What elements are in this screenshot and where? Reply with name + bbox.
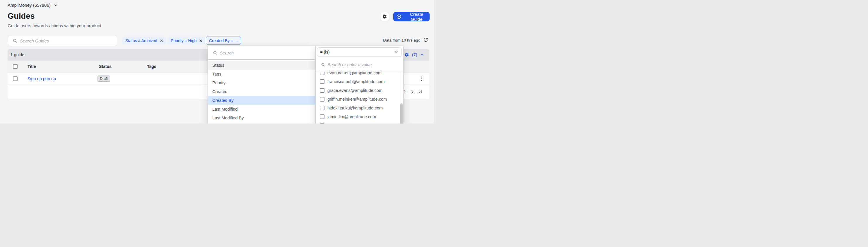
filter-field-list: Status Tags Priority Created Created By (208, 60, 315, 122)
remove-filter-icon[interactable] (160, 39, 163, 42)
value-option-checkbox[interactable] (320, 123, 324, 124)
filter-field-option-label: Status (212, 63, 224, 68)
value-option-checkbox[interactable] (320, 106, 324, 110)
filter-field-option[interactable]: Last Modified (208, 105, 315, 113)
search-icon (12, 38, 17, 43)
filter-chip-label: Created By = ... (209, 38, 238, 43)
filter-field-menu: Status Tags Priority Created Created By (208, 46, 315, 123)
last-page-icon[interactable] (418, 90, 422, 94)
gear-icon (382, 14, 387, 19)
filter-field-search[interactable] (208, 46, 315, 60)
refresh-icon[interactable] (423, 37, 429, 43)
status-badge: Draft (97, 75, 110, 82)
filter-field-option-label: Created (212, 89, 227, 94)
guides-search[interactable] (8, 35, 117, 46)
filter-field-option[interactable]: Status (208, 61, 315, 70)
value-option-checkbox[interactable] (320, 72, 324, 75)
project-selector[interactable]: AmpliMoney (657986) (8, 3, 57, 8)
filter-field-option-label: Last Modified (212, 107, 238, 111)
column-settings-button[interactable]: (7) (404, 49, 424, 61)
value-option[interactable]: hideki.tsukui@amplitude.com (316, 104, 403, 112)
filter-field-option[interactable]: Created By (208, 96, 315, 105)
filter-field-search-input[interactable] (220, 50, 315, 55)
value-option-label: jamie.lim@amplitude.com (328, 114, 376, 119)
row-checkbox[interactable] (13, 76, 18, 81)
value-option[interactable]: evan.batten@amplitude.com (316, 72, 403, 77)
visible-columns-count: (7) (412, 52, 417, 57)
value-option-checkbox[interactable] (320, 79, 324, 84)
scrollbar-track (399, 72, 399, 124)
guides-search-input[interactable] (20, 38, 117, 43)
value-option-checkbox[interactable] (320, 114, 324, 119)
search-icon (213, 50, 217, 55)
value-option[interactable]: jamie.lim@amplitude.com (316, 112, 403, 121)
column-header-tags: Tags (147, 64, 156, 69)
guides-page: AmpliMoney (657986) Guides Guide users t… (0, 0, 434, 123)
create-guide-label: Create Guide (404, 12, 430, 22)
filter-field-option-label: Tags (212, 72, 221, 76)
operator-select[interactable]: = (is) (317, 47, 402, 57)
filter-chip[interactable]: Created By = ... (206, 37, 241, 44)
page-number[interactable]: 1 (404, 90, 406, 94)
chevron-down-icon (420, 53, 424, 57)
filter-field-option[interactable]: Tags (208, 70, 315, 78)
search-icon (321, 63, 325, 67)
chevron-down-icon (54, 3, 57, 7)
value-option[interactable]: grace.evans@amplitude.com (316, 86, 403, 95)
create-guide-button[interactable]: Create Guide (393, 12, 430, 21)
guides-settings-button[interactable] (380, 12, 389, 21)
filter-field-option[interactable]: Created (208, 87, 315, 96)
filter-field-option[interactable]: Last Modified By (208, 113, 315, 122)
value-option-list: evan.batten@amplitude.com francisca.poh@… (316, 72, 403, 124)
gear-icon (404, 52, 409, 57)
next-page-icon[interactable] (410, 90, 415, 94)
select-all-checkbox[interactable] (13, 64, 18, 69)
data-freshness-label: Data from 10 hrs ago (383, 38, 420, 42)
row-actions-kebab-icon[interactable] (420, 75, 424, 82)
value-search[interactable] (316, 58, 403, 71)
plus-circle-icon (396, 14, 402, 19)
guide-title-link[interactable]: Sign up pop up (28, 76, 56, 81)
filter-field-option-label: Created By (212, 98, 234, 103)
value-search-input[interactable] (328, 62, 403, 67)
operator-value: = (is) (320, 50, 330, 55)
column-header-title: Title (28, 64, 36, 69)
column-header-status: Status (99, 64, 112, 69)
page-title: Guides (8, 12, 35, 21)
filter-field-option[interactable]: Priority (208, 78, 315, 87)
remove-filter-icon[interactable] (199, 39, 203, 42)
filter-field-option-label: Last Modified By (212, 116, 244, 120)
value-option[interactable] (316, 121, 403, 124)
filter-chip[interactable]: Status ≠ Archived (122, 37, 166, 44)
value-option-checkbox[interactable] (320, 97, 324, 102)
filter-chip[interactable]: Priority = High (168, 37, 205, 44)
project-label: AmpliMoney (657986) (8, 3, 51, 8)
value-option-label: hideki.tsukui@amplitude.com (328, 106, 383, 110)
value-option[interactable]: francisca.poh@amplitude.com (316, 77, 403, 86)
chevron-down-icon (394, 50, 398, 54)
page-subtitle: Guide users towards actions within your … (8, 23, 102, 28)
value-option-label: francisca.poh@amplitude.com (328, 79, 384, 84)
value-option-label: evan.batten@amplitude.com (328, 72, 381, 75)
value-option[interactable]: griffin.meinken@amplitude.com (316, 95, 403, 104)
filter-chip-label: Status ≠ Archived (125, 38, 157, 43)
filter-value-menu: = (is) evan.batten@amplitude.com (315, 46, 404, 123)
scrollbar-thumb[interactable] (400, 103, 403, 124)
guide-count: 1 guide (10, 52, 25, 57)
filter-chip-label: Priority = High (171, 38, 196, 43)
value-option-checkbox[interactable] (320, 88, 324, 93)
value-option-label: griffin.meinken@amplitude.com (328, 97, 387, 102)
value-option-label: grace.evans@amplitude.com (328, 88, 382, 93)
filter-field-option-label: Priority (212, 80, 225, 85)
